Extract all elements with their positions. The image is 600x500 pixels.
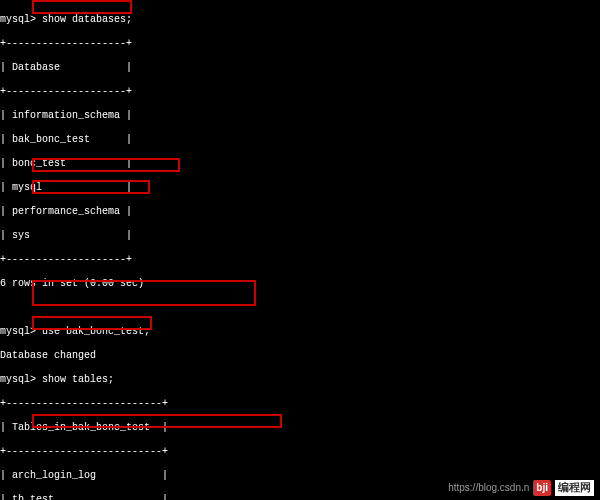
separator: +--------------------+ bbox=[0, 86, 600, 98]
watermark-badge-icon: bji bbox=[533, 480, 551, 496]
separator: +--------------------------+ bbox=[0, 446, 600, 458]
cmd-show-tables: show tables; bbox=[42, 374, 114, 385]
separator: +--------------------+ bbox=[0, 38, 600, 50]
mysql-prompt: mysql> bbox=[0, 374, 36, 385]
db-row: | bonc_test | bbox=[0, 158, 600, 170]
db-row: | sys | bbox=[0, 230, 600, 242]
prompt-line: mysql> show tables; bbox=[0, 374, 600, 386]
cmd-use-db: use bak_bonc_test; bbox=[42, 326, 150, 337]
watermark-site-name: 编程网 bbox=[555, 480, 594, 495]
mysql-terminal[interactable]: mysql> show databases; +----------------… bbox=[0, 0, 600, 500]
result-summary: 6 rows in set (0.00 sec) bbox=[0, 278, 600, 290]
col-header-database: | Database | bbox=[0, 62, 600, 74]
cmd-show-databases: show databases; bbox=[42, 14, 132, 25]
separator: +--------------------------+ bbox=[0, 398, 600, 410]
col-header-tables: | Tables_in_bak_bonc_test | bbox=[0, 422, 600, 434]
db-row: | performance_schema | bbox=[0, 206, 600, 218]
mysql-prompt: mysql> bbox=[0, 14, 36, 25]
prompt-line: mysql> use bak_bonc_test; bbox=[0, 326, 600, 338]
separator: +--------------------+ bbox=[0, 254, 600, 266]
db-changed-msg: Database changed bbox=[0, 350, 600, 362]
db-row: | mysql | bbox=[0, 182, 600, 194]
mysql-prompt: mysql> bbox=[0, 326, 36, 337]
watermark-url: https://blog.csdn.n bbox=[448, 482, 529, 494]
watermark: https://blog.csdn.n bji 编程网 bbox=[448, 480, 594, 496]
db-row: | information_schema | bbox=[0, 110, 600, 122]
db-row: | bak_bonc_test | bbox=[0, 134, 600, 146]
blank bbox=[0, 302, 600, 314]
prompt-line: mysql> show databases; bbox=[0, 14, 600, 26]
